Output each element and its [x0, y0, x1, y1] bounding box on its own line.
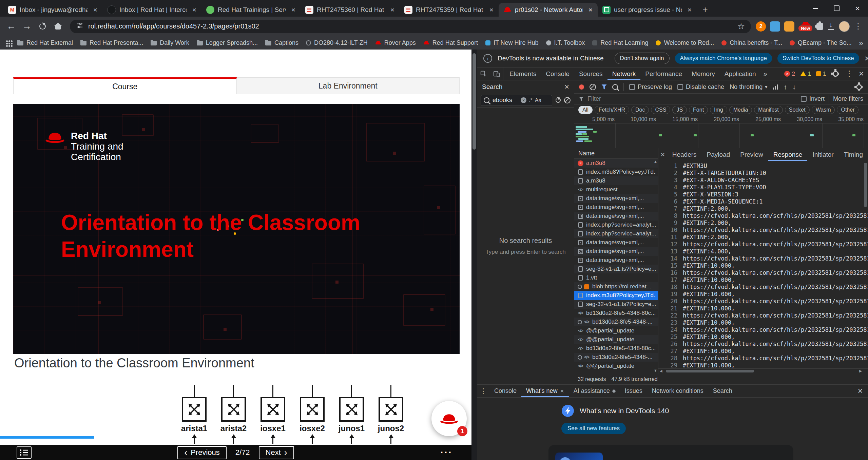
- scrollbar-thumb[interactable]: [666, 370, 754, 372]
- network-request-row[interactable]: data:image/svg+xml,...: [574, 256, 658, 265]
- search-input[interactable]: × .* Aa: [481, 95, 552, 106]
- devtools-menu-kebab-icon[interactable]: ⋮: [845, 69, 854, 78]
- next-button[interactable]: Next ›: [259, 446, 294, 459]
- record-network-log-button[interactable]: [579, 84, 584, 90]
- dont-show-again-button[interactable]: Don't show again: [615, 53, 670, 64]
- close-detail-icon[interactable]: ×: [658, 148, 667, 161]
- extension-icon-amber[interactable]: [784, 21, 794, 32]
- match-chrome-language-button[interactable]: Always match Chrome's language: [675, 53, 772, 64]
- address-bar[interactable]: rol.redhat.com/rol/app/courses/do457-2.3…: [70, 20, 751, 33]
- toc-button[interactable]: [17, 446, 32, 459]
- network-request-row[interactable]: index.php?service=analyt...: [574, 221, 658, 229]
- type-filter-pill[interactable]: Media: [729, 106, 752, 114]
- detail-tab[interactable]: Preview: [735, 148, 768, 161]
- extension-icon-blue[interactable]: [770, 21, 780, 32]
- preserve-log-checkbox[interactable]: Preserve log: [629, 83, 672, 91]
- tab-close-icon[interactable]: ×: [91, 6, 100, 14]
- bookmarks-overflow-chevron[interactable]: »: [859, 38, 863, 48]
- type-filter-pill[interactable]: All: [578, 106, 593, 114]
- search-query-field[interactable]: [492, 96, 518, 104]
- type-filter-pill[interactable]: Img: [710, 106, 727, 114]
- network-request-row[interactable]: seg-32-v1-a1.ts?Policy=e...: [574, 300, 658, 309]
- network-search-icon[interactable]: [612, 84, 618, 90]
- browser-tab[interactable]: user progress issue - Not re ×: [598, 3, 697, 17]
- extension-icon-orange-badge[interactable]: 2: [756, 21, 766, 32]
- type-filter-pill[interactable]: CSS: [651, 106, 670, 114]
- bookmark-item[interactable]: Welcome to Red...: [652, 38, 717, 48]
- type-filter-pill[interactable]: Manifest: [754, 106, 783, 114]
- regex-toggle[interactable]: .*: [529, 97, 533, 103]
- type-filter-pill[interactable]: Font: [689, 106, 708, 114]
- site-info-icon[interactable]: [76, 22, 83, 31]
- network-filter-input[interactable]: [587, 95, 690, 103]
- devtools-settings-gear-icon[interactable]: [833, 71, 838, 77]
- tab-close-icon[interactable]: ×: [586, 6, 595, 14]
- detail-tab[interactable]: Response: [768, 148, 808, 161]
- drawer-tab[interactable]: Issues: [620, 385, 647, 397]
- back-button[interactable]: ←: [4, 19, 18, 34]
- response-vertical-scrollbar[interactable]: [863, 161, 868, 369]
- detail-tab[interactable]: Timing: [839, 148, 868, 161]
- browser-tab[interactable]: Red Hat Trainings | ServiceN ×: [201, 3, 301, 17]
- type-filter-pill[interactable]: Fetch/XHR: [595, 106, 629, 114]
- drawer-close-icon[interactable]: ×: [852, 385, 868, 397]
- browser-tab[interactable]: RHT2475359 | Red Hat Traini ×: [400, 3, 499, 17]
- devtools-tab[interactable]: Application: [720, 68, 761, 80]
- bookmark-item[interactable]: Logger Spreadsh...: [193, 38, 261, 48]
- bookmark-item[interactable]: China benefits - T...: [718, 38, 786, 48]
- reload-button[interactable]: [35, 19, 50, 34]
- profile-avatar[interactable]: [839, 21, 850, 32]
- browser-tab[interactable]: RHT2475360 | Red Hat Traini ×: [301, 3, 400, 17]
- network-request-row[interactable]: multirequest: [574, 185, 658, 194]
- forward-button[interactable]: →: [20, 19, 34, 34]
- home-button[interactable]: [51, 19, 65, 34]
- network-request-row[interactable]: a.m3u8: [574, 159, 658, 168]
- browser-tab[interactable]: Inbox - jingyuwa@redhat.co ×: [3, 3, 102, 17]
- devtools-tab[interactable]: Memory: [687, 68, 720, 80]
- bookmark-item[interactable]: Daily Work: [147, 38, 193, 48]
- list-scroll-up-icon[interactable]: ▲: [654, 159, 657, 164]
- redhat-new-extension[interactable]: New: [798, 22, 812, 31]
- tab-close-icon[interactable]: ×: [487, 6, 496, 14]
- scrollbar-thumb[interactable]: [864, 163, 867, 207]
- scrollbar-thumb[interactable]: [472, 53, 476, 150]
- type-filter-pill[interactable]: Other: [837, 106, 859, 114]
- apps-grid-icon[interactable]: [6, 40, 8, 42]
- drawer-menu-kebab-icon[interactable]: ⋮: [477, 385, 489, 397]
- network-request-row[interactable]: a.m3u8: [574, 176, 658, 185]
- network-request-row[interactable]: bd13d0a2-8fe5-4348-...: [574, 318, 658, 326]
- network-request-row[interactable]: bd13d0a2-8fe5-4348-...: [574, 353, 658, 362]
- console-warning-badge[interactable]: 1: [800, 71, 811, 77]
- network-conditions-icon[interactable]: [773, 84, 778, 90]
- network-request-row[interactable]: data:image/svg+xml,...: [574, 203, 658, 212]
- tab-close-icon[interactable]: ×: [190, 6, 199, 14]
- browser-tab[interactable]: pr01s02 - Network Automati ×: [499, 3, 598, 17]
- network-request-row[interactable]: data:image/svg+xml,...: [574, 212, 658, 221]
- course-tab[interactable]: Course: [13, 77, 237, 94]
- switch-devtools-chinese-button[interactable]: Switch DevTools to Chinese: [777, 53, 859, 64]
- clear-search-icon[interactable]: ×: [521, 97, 526, 103]
- name-column-header[interactable]: Name: [574, 148, 658, 159]
- bookmark-item[interactable]: IT New Hire Hub: [482, 38, 542, 48]
- devtools-tab[interactable]: Performance: [640, 68, 687, 80]
- inspect-element-icon[interactable]: [477, 68, 490, 80]
- browser-tab[interactable]: Inbox | Red Hat | Intercom ×: [102, 3, 201, 17]
- bookmark-item[interactable]: DO280-4.12-ILT-ZH: [303, 38, 371, 48]
- network-request-row[interactable]: data:image/svg+xml,...: [574, 194, 658, 203]
- bookmark-item[interactable]: Red Hat Learning: [589, 38, 652, 48]
- type-filter-pill[interactable]: JS: [672, 106, 687, 114]
- previous-button[interactable]: ‹ Previous: [177, 446, 227, 459]
- window-minimize-button[interactable]: [805, 0, 826, 17]
- bookmark-item[interactable]: I.T. Toolbox: [543, 38, 589, 48]
- throttling-dropdown[interactable]: No throttling▾: [730, 83, 767, 91]
- detail-tab[interactable]: Payload: [702, 148, 735, 161]
- network-request-row[interactable]: bd13d0a2-8fe5-4348-80c...: [574, 309, 658, 318]
- bookmark-item[interactable]: Red Hat External: [14, 38, 76, 48]
- detail-tab[interactable]: Initiator: [807, 148, 838, 161]
- window-close-button[interactable]: ×: [847, 0, 868, 17]
- devtools-tab[interactable]: Network: [607, 68, 641, 80]
- console-error-badge[interactable]: ×2: [784, 71, 795, 77]
- bookmark-star-icon[interactable]: ☆: [737, 21, 745, 31]
- drawer-tab[interactable]: Network conditions: [647, 385, 708, 397]
- network-request-row[interactable]: seg-32-v1-a1.ts?Policy=e...: [574, 265, 658, 273]
